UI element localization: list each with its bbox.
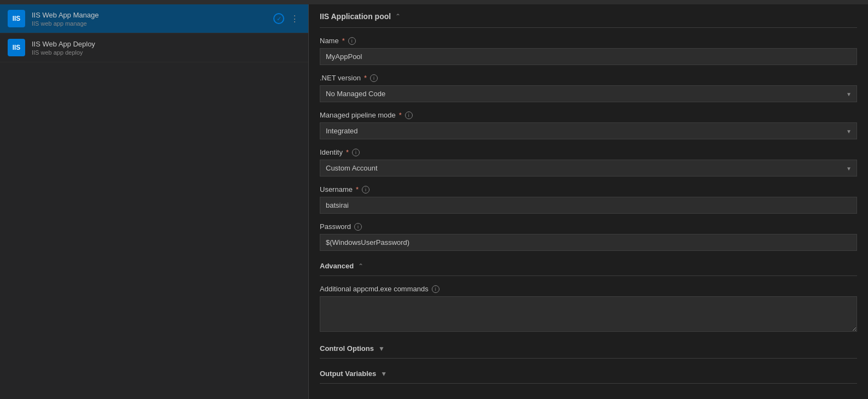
identity-label: Identity * i (320, 148, 857, 156)
username-label: Username * i (320, 185, 857, 193)
additional-commands-textarea[interactable] (320, 296, 857, 332)
username-field-group: Username * i (320, 185, 857, 214)
identity-field-group: Identity * i Custom Account ApplicationP… (320, 148, 857, 177)
section-title: IIS Application pool (320, 12, 391, 21)
sidebar-item-subtitle-2: IIS web app deploy (32, 49, 95, 56)
net-version-label: .NET version * i (320, 74, 857, 82)
username-info-icon[interactable]: i (362, 186, 370, 193)
sidebar-item-text-2: IIS Web App Deploy IIS web app deploy (32, 40, 95, 56)
sidebar-item-subtitle: IIS web app manage (32, 20, 99, 27)
sidebar-item-title-2: IIS Web App Deploy (32, 40, 95, 48)
pipeline-mode-select-wrapper: Integrated Classic ▼ (320, 122, 857, 139)
net-version-required: * (364, 74, 367, 82)
output-variables-title: Output Variables (320, 369, 376, 378)
additional-commands-field-group: Additional appcmd.exe commands i (320, 285, 857, 333)
ellipsis-icon[interactable]: ⋮ (289, 13, 301, 25)
form-container: IIS Application pool ⌃ Name * i .NET ver… (309, 4, 868, 395)
password-input[interactable] (320, 234, 857, 251)
identity-info-icon[interactable]: i (352, 149, 360, 156)
additional-commands-info-icon[interactable]: i (432, 285, 439, 293)
output-variables-chevron-icon[interactable]: ▼ (380, 370, 387, 378)
output-variables-header[interactable]: Output Variables ▼ (320, 369, 857, 384)
pipeline-mode-field-group: Managed pipeline mode * i Integrated Cla… (320, 111, 857, 139)
pipeline-mode-select[interactable]: Integrated Classic (320, 122, 857, 139)
advanced-header[interactable]: Advanced ⌃ (320, 262, 857, 276)
main-content: IIS Application pool ⌃ Name * i .NET ver… (309, 4, 868, 399)
name-field-group: Name * i (320, 37, 857, 65)
sidebar-item-actions: ✓ ⋮ (273, 13, 301, 25)
sidebar-item-text: IIS Web App Manage IIS web app manage (32, 11, 99, 27)
name-required: * (342, 37, 345, 45)
password-label: Password i (320, 222, 857, 231)
application-pool-section-header: IIS Application pool ⌃ (320, 4, 857, 28)
advanced-chevron-icon[interactable]: ⌃ (358, 262, 363, 270)
advanced-section: Advanced ⌃ Additional appcmd.exe command… (320, 262, 857, 333)
net-version-select[interactable]: No Managed Code v2.0 v4.0 (320, 85, 857, 102)
iis-deploy-icon: IIS (8, 39, 25, 56)
pipeline-mode-label: Managed pipeline mode * i (320, 111, 857, 119)
pipeline-mode-info-icon[interactable]: i (405, 112, 413, 119)
control-options-title: Control Options (320, 344, 374, 353)
sidebar-item-iis-deploy[interactable]: IIS IIS Web App Deploy IIS web app deplo… (0, 33, 308, 62)
name-info-icon[interactable]: i (348, 37, 356, 45)
control-options-section: Control Options ▼ (320, 344, 857, 359)
password-info-icon[interactable]: i (354, 223, 362, 231)
username-input[interactable] (320, 197, 857, 214)
iis-manage-icon: IIS (8, 10, 25, 27)
section-chevron-icon[interactable]: ⌃ (395, 13, 401, 20)
net-version-info-icon[interactable]: i (370, 74, 378, 82)
net-version-select-wrapper: No Managed Code v2.0 v4.0 ▼ (320, 85, 857, 102)
identity-required: * (346, 148, 349, 156)
pipeline-mode-required: * (399, 111, 402, 119)
username-required: * (356, 185, 359, 193)
check-circle-icon: ✓ (273, 13, 284, 24)
identity-select[interactable]: Custom Account ApplicationPoolIdentity L… (320, 160, 857, 177)
sidebar: IIS IIS Web App Manage IIS web app manag… (0, 4, 309, 399)
additional-commands-label: Additional appcmd.exe commands i (320, 285, 857, 293)
output-variables-section: Output Variables ▼ (320, 369, 857, 384)
control-options-header[interactable]: Control Options ▼ (320, 344, 857, 359)
name-label: Name * i (320, 37, 857, 45)
name-input[interactable] (320, 48, 857, 65)
password-field-group: Password i (320, 222, 857, 251)
control-options-chevron-icon[interactable]: ▼ (378, 345, 385, 353)
advanced-title: Advanced (320, 262, 354, 270)
sidebar-item-title: IIS Web App Manage (32, 11, 99, 19)
sidebar-item-iis-manage[interactable]: IIS IIS Web App Manage IIS web app manag… (0, 4, 308, 33)
identity-select-wrapper: Custom Account ApplicationPoolIdentity L… (320, 160, 857, 177)
net-version-field-group: .NET version * i No Managed Code v2.0 v4… (320, 74, 857, 102)
